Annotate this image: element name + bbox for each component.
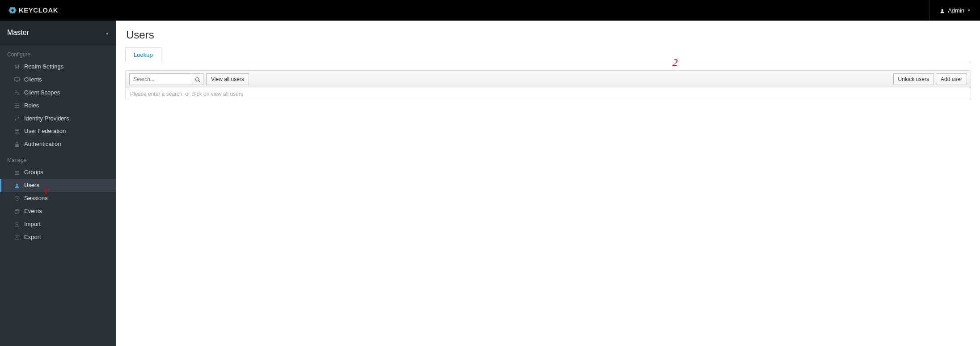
section-label-configure: Configure [0,45,116,60]
sidebar-item-label: Client Scopes [24,89,109,97]
sidebar-item-import[interactable]: Import [0,218,116,231]
calendar-icon [13,209,21,214]
svg-point-20 [15,171,17,173]
sidebar-item-label: Roles [24,102,109,110]
tabs: Lookup [125,47,971,62]
user-label: Admin [948,7,964,14]
page-title: Users [126,29,971,41]
svg-rect-11 [15,78,20,81]
sidebar-item-label: Export [24,234,109,241]
desktop-icon [13,77,21,82]
svg-rect-9 [16,67,17,68]
user-icon [13,183,21,188]
user-icon [940,7,945,14]
import-icon [13,222,21,227]
exchange-icon [13,116,21,121]
svg-point-22 [16,184,18,186]
view-all-users-button[interactable]: View all users [206,73,249,85]
sidebar-item-roles[interactable]: Roles [0,99,116,112]
chevron-down-icon: ⌄ [105,30,109,36]
user-menu[interactable]: Admin ▾ [929,0,980,21]
sidebar-item-client-scopes[interactable]: Client Scopes [0,86,116,99]
group-icon [13,170,21,175]
svg-rect-15 [15,104,20,105]
svg-rect-6 [17,64,17,69]
sidebar-item-groups[interactable]: Groups [0,166,116,179]
svg-point-27 [196,77,199,81]
database-icon [13,129,21,134]
sidebar-item-label: Clients [24,76,109,84]
sidebar-item-label: Events [24,208,109,215]
sidebar-item-label: Import [24,221,109,228]
add-user-button[interactable]: Add user [936,73,967,85]
realm-name: Master [7,29,29,37]
sidebar-item-label: Sessions [24,195,109,202]
svg-rect-7 [18,64,19,69]
main-content: Users Lookup View all users Unlock users [116,21,980,346]
svg-point-21 [17,171,19,173]
sidebar-item-label: Groups [24,169,109,176]
sidebar-item-sessions[interactable]: Sessions [0,192,116,205]
search-icon [195,76,200,83]
svg-rect-17 [15,107,20,108]
sidebar-item-events[interactable]: Events [0,205,116,218]
section-label-manage: Manage [0,151,116,166]
tab-lookup[interactable]: Lookup [125,47,161,62]
sidebar-item-label: Authentication [24,141,109,148]
top-bar: KEYCLOAK Admin ▾ [0,0,980,21]
scopes-icon [13,90,21,95]
svg-point-4 [942,9,943,11]
sidebar-item-label: Realm Settings [24,63,109,71]
sidebar-item-export[interactable]: Export [0,231,116,244]
brand-logo[interactable]: KEYCLOAK [0,0,75,21]
sidebar-item-users[interactable]: Users [0,179,116,192]
sidebar-item-label: Identity Providers [24,115,109,123]
svg-rect-12 [16,81,18,82]
search-button[interactable] [192,73,203,85]
sidebar-item-label: Users [24,182,109,189]
empty-state-message: Please enter a search, or click on view … [126,88,971,100]
sidebar-item-label: User Federation [24,128,109,135]
svg-rect-8 [14,65,16,66]
toolbar-panel: View all users Unlock users Add user Ple… [125,70,971,100]
list-icon [13,103,21,108]
sliders-icon [13,64,21,69]
svg-point-14 [17,93,19,95]
sidebar-item-user-federation[interactable]: User Federation [0,125,116,138]
sidebar: Master ⌄ Configure Realm Settings Client… [0,21,116,346]
sidebar-item-identity-providers[interactable]: Identity Providers [0,112,116,125]
svg-point-13 [15,91,17,93]
lock-icon [13,142,21,147]
svg-text:KEYCLOAK: KEYCLOAK [19,6,58,14]
chevron-down-icon: ▾ [968,8,970,13]
realm-selector[interactable]: Master ⌄ [0,21,116,45]
export-icon [13,235,21,240]
search-input[interactable] [129,73,192,85]
unlock-users-button[interactable]: Unlock users [893,73,934,85]
sidebar-item-clients[interactable]: Clients [0,73,116,86]
sidebar-item-authentication[interactable]: Authentication [0,138,116,151]
svg-rect-10 [18,66,19,67]
svg-rect-19 [15,144,19,147]
svg-rect-16 [15,105,20,106]
clock-icon [13,196,21,201]
svg-point-18 [15,129,19,131]
svg-rect-24 [15,210,19,214]
sidebar-item-realm-settings[interactable]: Realm Settings [0,60,116,73]
search-group [129,73,203,85]
